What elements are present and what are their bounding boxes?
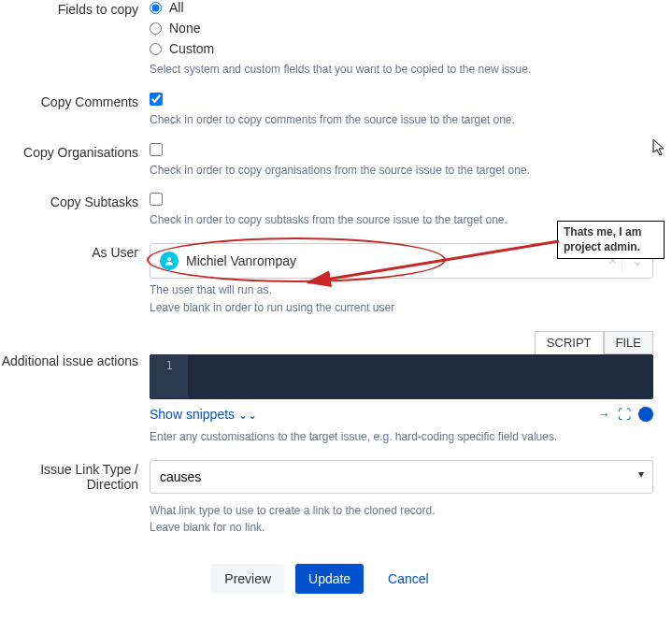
fields-to-copy-custom-radio[interactable]: [150, 43, 162, 55]
as-user-help1: The user that will run as.: [150, 282, 653, 298]
help-icon[interactable]: ?: [638, 407, 653, 422]
user-avatar-icon: [160, 252, 179, 270]
as-user-help2: Leave blank in order to run using the cu…: [150, 300, 653, 316]
code-gutter: 1: [150, 355, 188, 398]
show-snippets-link[interactable]: Show snippets⌄⌄: [150, 407, 257, 422]
copy-organisations-label: Copy Organisations: [0, 143, 150, 179]
issue-link-type-help2: Leave blank for no link.: [150, 520, 653, 536]
copy-subtasks-checkbox[interactable]: [150, 193, 163, 206]
code-editor[interactable]: 1: [150, 354, 653, 399]
copy-comments-help: Check in order to copy comments from the…: [150, 112, 653, 128]
chevron-down-icon: ⌄⌄: [238, 409, 257, 422]
as-user-value: Michiel Vanrompay: [186, 253, 296, 268]
issue-link-type-select[interactable]: causes: [150, 460, 653, 494]
copy-organisations-checkbox[interactable]: [150, 143, 163, 156]
fields-to-copy-none-radio[interactable]: [150, 22, 162, 35]
cursor-icon: [652, 138, 667, 157]
fields-to-copy-help: Select system and custom fields that you…: [150, 62, 653, 78]
issue-link-type-label: Issue Link Type / Direction: [0, 460, 150, 537]
fields-to-copy-label: Fields to copy: [0, 0, 150, 78]
annotation-callout: Thats me, I am project admin.: [557, 221, 665, 259]
update-button[interactable]: Update: [295, 564, 364, 594]
arrow-right-icon[interactable]: →: [597, 407, 610, 422]
cancel-button[interactable]: Cancel: [375, 564, 442, 594]
tab-file[interactable]: FILE: [604, 331, 653, 354]
copy-comments-label: Copy Comments: [0, 93, 150, 128]
additional-actions-label: Additional issue actions: [0, 331, 150, 445]
fields-to-copy-none-label: None: [169, 21, 200, 36]
issue-link-type-help1: What link type to use to create a link t…: [150, 503, 653, 519]
additional-actions-help: Enter any customisations to the target i…: [150, 429, 653, 445]
tab-script[interactable]: SCRIPT: [535, 331, 604, 354]
as-user-label: As User: [0, 243, 150, 316]
preview-button[interactable]: Preview: [211, 564, 284, 594]
fields-to-copy-custom-label: Custom: [169, 41, 214, 56]
copy-subtasks-label: Copy Subtasks: [0, 193, 150, 228]
copy-organisations-help: Check in order to copy organisations fro…: [150, 163, 653, 179]
expand-icon[interactable]: ⛶: [618, 407, 631, 422]
fields-to-copy-all-radio[interactable]: [150, 2, 162, 14]
copy-comments-checkbox[interactable]: [150, 93, 163, 106]
fields-to-copy-all-label: All: [169, 0, 184, 15]
svg-point-0: [167, 257, 171, 261]
